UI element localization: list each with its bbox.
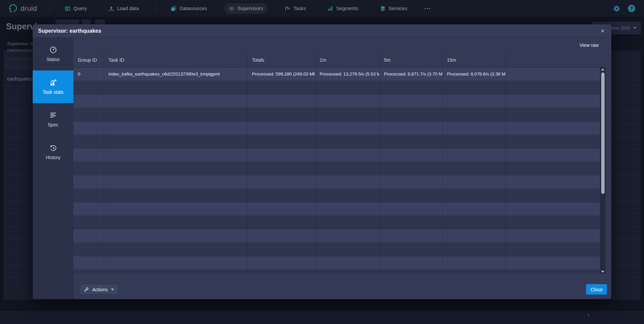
table-cell [104,148,248,161]
table-cell [315,270,380,274]
table-cell [315,189,380,202]
table-cell-filler [506,94,600,108]
table-cell [73,162,104,175]
nav-item-label: Load data [117,6,139,11]
tab-task-stats[interactable]: Task stats [33,70,73,103]
tab-history[interactable]: History [33,136,73,169]
table-cell [380,202,443,215]
actions-button-label: Actions [92,287,108,292]
table-cell [73,135,104,148]
table-cell [248,94,315,108]
table-cell-filler [506,229,600,242]
scroll-down-arrow[interactable] [600,270,606,274]
table-cell [73,94,104,108]
dialog-title: Supervisor: earthquakes [38,28,101,34]
column-header-filler [506,51,600,67]
table-cell [104,108,248,121]
table-cell [380,256,443,269]
table-cell [248,135,315,148]
gear-icon[interactable] [613,5,620,12]
close-button[interactable]: Close [586,284,607,295]
nav-item-datasources[interactable]: Datasources [166,3,211,14]
table-cell [380,81,443,94]
column-header-totals[interactable]: Totals [248,51,315,67]
nav-more-button[interactable]: ••• [424,6,431,11]
dialog-header: Supervisor: earthquakes ✕ [33,24,611,38]
table-cell-filler [506,189,600,202]
segments-icon [327,6,333,11]
table-cell [104,270,248,274]
table-cell [380,270,443,274]
table-cell [73,189,104,202]
column-header-5m[interactable]: 5m [380,51,443,67]
background-column-header: Supervisor ID [7,41,35,46]
column-header-group-id[interactable]: Group ID [73,51,104,67]
table-cell [315,162,380,175]
tab-label: Task stats [42,89,63,95]
table-cell [380,121,443,135]
column-header-1m[interactable]: 1m [315,51,380,67]
table-cell [380,135,443,148]
chevron-down-icon [633,27,637,29]
datasources-icon [171,6,176,11]
tab-status[interactable]: Status [33,38,73,70]
table-cell [73,202,104,215]
table-cell [104,256,248,269]
table-row-empty [73,135,606,148]
spec-icon [50,112,57,119]
scroll-up-arrow[interactable] [600,67,606,71]
table-cell [73,256,104,269]
table-cell [248,81,315,94]
table-cell [380,216,443,229]
scrollbar-thumb[interactable] [601,72,605,194]
table-row-empty [73,202,606,216]
background-supervisor-row: earthquakes [7,76,33,82]
supervisors-icon [229,6,234,11]
table-cell [380,148,443,161]
actions-button[interactable]: Actions [80,284,119,295]
close-icon[interactable]: ✕ [601,29,605,33]
table-row-empty [73,162,606,175]
table-row-empty [73,81,606,94]
dialog-tab-sidebar: Status Task stats Spec History [33,38,73,299]
nav-item-services[interactable]: Services [376,3,412,14]
help-icon[interactable]: ? [628,5,635,12]
table-row-empty [73,189,606,202]
table-cell [315,135,380,148]
column-header-task-id[interactable]: Task ID [104,51,248,67]
table-cell [104,135,248,148]
table-cell [73,216,104,229]
view-raw-link[interactable]: View raw [579,42,599,48]
tab-spec[interactable]: Spec [33,103,73,136]
brand-name: druid [21,4,37,12]
table-cell [248,202,315,215]
table-row-empty [73,216,606,229]
tasks-icon [285,6,290,11]
table-cell: Processed: 599,280 (249.03 MB) [248,67,315,81]
column-header-15m[interactable]: 15m [443,51,506,67]
druid-logo[interactable]: druid [9,3,37,14]
vertical-scrollbar[interactable] [600,67,606,274]
nav-divider [156,5,156,12]
table-cell [73,229,104,242]
table-cell-filler [506,162,600,175]
table-row-empty [73,94,606,108]
table-row-empty [73,243,606,256]
nav-item-load-data[interactable]: Load data [104,3,143,14]
dialog-main: View raw Group IDTask IDTotals1m5m15m 0i… [73,38,611,299]
table-cell [104,216,248,229]
nav-item-tasks[interactable]: Tasks [280,3,310,14]
tab-label: Status [46,57,60,62]
table-row-empty [73,256,606,270]
table-cell [248,189,315,202]
table-row-empty [73,270,606,274]
table-row-empty [73,229,606,243]
table-cell [315,256,380,269]
table-cell [248,162,315,175]
nav-item-supervisors[interactable]: Supervisors [224,3,268,14]
nav-item-segments[interactable]: Segments [323,3,362,14]
nav-item-query[interactable]: Query [60,3,91,14]
table-cell [248,108,315,121]
table-cell [443,175,506,188]
nav-item-label: Supervisors [237,6,263,11]
